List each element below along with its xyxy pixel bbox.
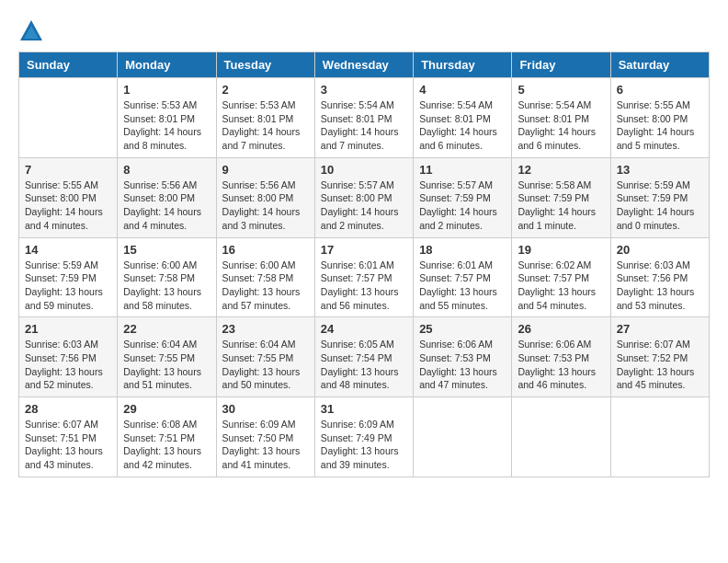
day-info: Sunrise: 5:54 AM Sunset: 8:01 PM Dayligh… [321, 98, 407, 153]
calendar-cell: 24Sunrise: 6:05 AM Sunset: 7:54 PM Dayli… [314, 317, 413, 397]
calendar-cell: 2Sunrise: 5:53 AM Sunset: 8:01 PM Daylig… [216, 78, 314, 158]
day-info: Sunrise: 6:02 AM Sunset: 7:57 PM Dayligh… [518, 259, 604, 313]
day-number: 3 [321, 83, 407, 97]
day-number: 21 [25, 322, 111, 336]
day-number: 4 [419, 83, 506, 97]
calendar-body: 1Sunrise: 5:53 AM Sunset: 8:01 PM Daylig… [19, 78, 710, 477]
calendar-cell: 14Sunrise: 5:59 AM Sunset: 7:59 PM Dayli… [19, 237, 118, 317]
day-info: Sunrise: 5:56 AM Sunset: 8:00 PM Dayligh… [123, 178, 210, 233]
calendar-cell [19, 78, 118, 158]
page-header [18, 18, 710, 44]
calendar-cell: 10Sunrise: 5:57 AM Sunset: 8:00 PM Dayli… [314, 157, 413, 237]
header-thursday: Thursday [414, 52, 512, 78]
day-info: Sunrise: 6:03 AM Sunset: 7:56 PM Dayligh… [25, 338, 111, 392]
calendar-cell: 25Sunrise: 6:06 AM Sunset: 7:53 PM Dayli… [414, 317, 512, 397]
day-info: Sunrise: 6:09 AM Sunset: 7:49 PM Dayligh… [321, 418, 407, 472]
week-row-1: 1Sunrise: 5:53 AM Sunset: 8:01 PM Daylig… [19, 78, 710, 158]
day-number: 26 [518, 322, 604, 336]
calendar-cell: 22Sunrise: 6:04 AM Sunset: 7:55 PM Dayli… [118, 317, 216, 397]
week-row-4: 21Sunrise: 6:03 AM Sunset: 7:56 PM Dayli… [19, 317, 710, 397]
day-number: 12 [518, 163, 604, 177]
calendar-cell: 21Sunrise: 6:03 AM Sunset: 7:56 PM Dayli… [19, 317, 118, 397]
header-monday: Monday [118, 52, 216, 78]
day-info: Sunrise: 5:59 AM Sunset: 7:59 PM Dayligh… [617, 178, 703, 233]
day-info: Sunrise: 5:55 AM Sunset: 8:00 PM Dayligh… [617, 98, 703, 153]
day-info: Sunrise: 6:07 AM Sunset: 7:52 PM Dayligh… [617, 338, 703, 392]
day-info: Sunrise: 6:06 AM Sunset: 7:53 PM Dayligh… [518, 338, 604, 392]
day-info: Sunrise: 5:55 AM Sunset: 8:00 PM Dayligh… [25, 178, 111, 233]
day-number: 31 [321, 402, 407, 416]
day-number: 24 [321, 322, 407, 336]
calendar-cell: 7Sunrise: 5:55 AM Sunset: 8:00 PM Daylig… [19, 157, 118, 237]
day-number: 14 [25, 243, 111, 257]
day-info: Sunrise: 6:08 AM Sunset: 7:51 PM Dayligh… [123, 418, 210, 472]
calendar-cell: 26Sunrise: 6:06 AM Sunset: 7:53 PM Dayli… [512, 317, 610, 397]
day-info: Sunrise: 5:59 AM Sunset: 7:59 PM Dayligh… [25, 259, 111, 313]
day-number: 10 [321, 163, 407, 177]
day-info: Sunrise: 6:04 AM Sunset: 7:55 PM Dayligh… [123, 338, 210, 392]
calendar-cell: 5Sunrise: 5:54 AM Sunset: 8:01 PM Daylig… [512, 78, 610, 158]
day-info: Sunrise: 6:07 AM Sunset: 7:51 PM Dayligh… [25, 418, 111, 472]
day-number: 1 [123, 83, 210, 97]
day-info: Sunrise: 5:53 AM Sunset: 8:01 PM Dayligh… [222, 98, 309, 153]
day-info: Sunrise: 5:53 AM Sunset: 8:01 PM Dayligh… [123, 98, 210, 153]
day-info: Sunrise: 6:01 AM Sunset: 7:57 PM Dayligh… [321, 259, 407, 313]
day-number: 19 [518, 243, 604, 257]
day-number: 15 [123, 243, 210, 257]
logo-icon [18, 18, 44, 44]
day-number: 23 [222, 322, 309, 336]
calendar-cell: 17Sunrise: 6:01 AM Sunset: 7:57 PM Dayli… [314, 237, 413, 317]
day-number: 25 [419, 322, 506, 336]
header-tuesday: Tuesday [216, 52, 314, 78]
day-number: 6 [617, 83, 703, 97]
calendar-cell: 11Sunrise: 5:57 AM Sunset: 7:59 PM Dayli… [414, 157, 512, 237]
calendar-cell [610, 397, 709, 477]
day-info: Sunrise: 5:54 AM Sunset: 8:01 PM Dayligh… [518, 98, 604, 153]
calendar-cell: 30Sunrise: 6:09 AM Sunset: 7:50 PM Dayli… [216, 397, 314, 477]
day-info: Sunrise: 5:57 AM Sunset: 8:00 PM Dayligh… [321, 178, 407, 233]
day-number: 8 [123, 163, 210, 177]
day-info: Sunrise: 6:04 AM Sunset: 7:55 PM Dayligh… [222, 338, 309, 392]
day-number: 9 [222, 163, 309, 177]
day-info: Sunrise: 6:01 AM Sunset: 7:57 PM Dayligh… [419, 259, 506, 313]
day-info: Sunrise: 6:09 AM Sunset: 7:50 PM Dayligh… [222, 418, 309, 472]
week-row-2: 7Sunrise: 5:55 AM Sunset: 8:00 PM Daylig… [19, 157, 710, 237]
day-number: 18 [419, 243, 506, 257]
calendar-cell [512, 397, 610, 477]
header-saturday: Saturday [610, 52, 709, 78]
calendar-cell: 28Sunrise: 6:07 AM Sunset: 7:51 PM Dayli… [19, 397, 118, 477]
day-number: 27 [617, 322, 703, 336]
header-sunday: Sunday [19, 52, 118, 78]
calendar-cell: 9Sunrise: 5:56 AM Sunset: 8:00 PM Daylig… [216, 157, 314, 237]
calendar-cell: 23Sunrise: 6:04 AM Sunset: 7:55 PM Dayli… [216, 317, 314, 397]
day-number: 16 [222, 243, 309, 257]
day-info: Sunrise: 6:03 AM Sunset: 7:56 PM Dayligh… [617, 259, 703, 313]
calendar-cell: 1Sunrise: 5:53 AM Sunset: 8:01 PM Daylig… [118, 78, 216, 158]
calendar-cell: 27Sunrise: 6:07 AM Sunset: 7:52 PM Dayli… [610, 317, 709, 397]
calendar-cell: 20Sunrise: 6:03 AM Sunset: 7:56 PM Dayli… [610, 237, 709, 317]
calendar-cell [414, 397, 512, 477]
week-row-5: 28Sunrise: 6:07 AM Sunset: 7:51 PM Dayli… [19, 397, 710, 477]
day-number: 20 [617, 243, 703, 257]
day-info: Sunrise: 6:06 AM Sunset: 7:53 PM Dayligh… [419, 338, 506, 392]
day-number: 7 [25, 163, 111, 177]
calendar-cell: 13Sunrise: 5:59 AM Sunset: 7:59 PM Dayli… [610, 157, 709, 237]
day-number: 5 [518, 83, 604, 97]
day-number: 11 [419, 163, 506, 177]
calendar-cell: 19Sunrise: 6:02 AM Sunset: 7:57 PM Dayli… [512, 237, 610, 317]
day-info: Sunrise: 6:05 AM Sunset: 7:54 PM Dayligh… [321, 338, 407, 392]
calendar-cell: 6Sunrise: 5:55 AM Sunset: 8:00 PM Daylig… [610, 78, 709, 158]
calendar-cell: 12Sunrise: 5:58 AM Sunset: 7:59 PM Dayli… [512, 157, 610, 237]
calendar-cell: 16Sunrise: 6:00 AM Sunset: 7:58 PM Dayli… [216, 237, 314, 317]
day-info: Sunrise: 6:00 AM Sunset: 7:58 PM Dayligh… [222, 259, 309, 313]
calendar-header: SundayMondayTuesdayWednesdayThursdayFrid… [19, 52, 710, 78]
day-number: 2 [222, 83, 309, 97]
day-number: 30 [222, 402, 309, 416]
day-number: 28 [25, 402, 111, 416]
calendar-cell: 18Sunrise: 6:01 AM Sunset: 7:57 PM Dayli… [414, 237, 512, 317]
calendar-table: SundayMondayTuesdayWednesdayThursdayFrid… [18, 52, 710, 477]
day-info: Sunrise: 5:57 AM Sunset: 7:59 PM Dayligh… [419, 178, 506, 233]
calendar-cell: 15Sunrise: 6:00 AM Sunset: 7:58 PM Dayli… [118, 237, 216, 317]
day-info: Sunrise: 5:54 AM Sunset: 8:01 PM Dayligh… [419, 98, 506, 153]
header-friday: Friday [512, 52, 610, 78]
